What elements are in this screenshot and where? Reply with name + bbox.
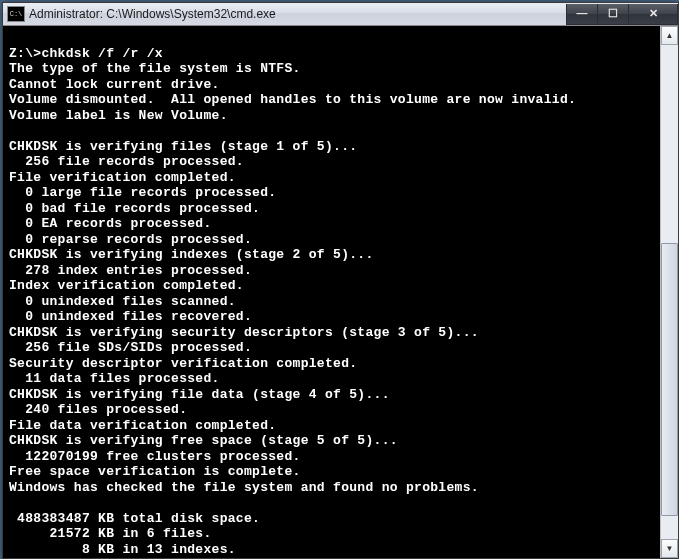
minimize-icon: — [577,8,588,19]
maximize-button[interactable]: ☐ [597,4,629,25]
app-icon-label: C:\ [10,11,23,18]
titlebar[interactable]: C:\ Administrator: C:\Windows\System32\c… [3,3,678,26]
scrollbar-track[interactable] [661,45,678,539]
client-area: Z:\>chkdsk /f /r /x The type of the file… [3,26,678,558]
window-controls: — ☐ ✕ [567,4,678,24]
scrollbar-thumb[interactable] [661,243,678,517]
terminal-output[interactable]: Z:\>chkdsk /f /r /x The type of the file… [3,26,660,558]
window-title: Administrator: C:\Windows\System32\cmd.e… [29,7,567,21]
app-icon: C:\ [7,6,25,22]
chevron-up-icon: ▲ [666,31,674,40]
close-button[interactable]: ✕ [628,4,678,25]
cmd-window: C:\ Administrator: C:\Windows\System32\c… [2,2,679,559]
chevron-down-icon: ▼ [666,544,674,553]
scroll-up-button[interactable]: ▲ [661,26,678,45]
maximize-icon: ☐ [608,8,618,19]
vertical-scrollbar[interactable]: ▲ ▼ [660,26,678,558]
minimize-button[interactable]: — [566,4,598,25]
scroll-down-button[interactable]: ▼ [661,539,678,558]
close-icon: ✕ [649,8,658,19]
